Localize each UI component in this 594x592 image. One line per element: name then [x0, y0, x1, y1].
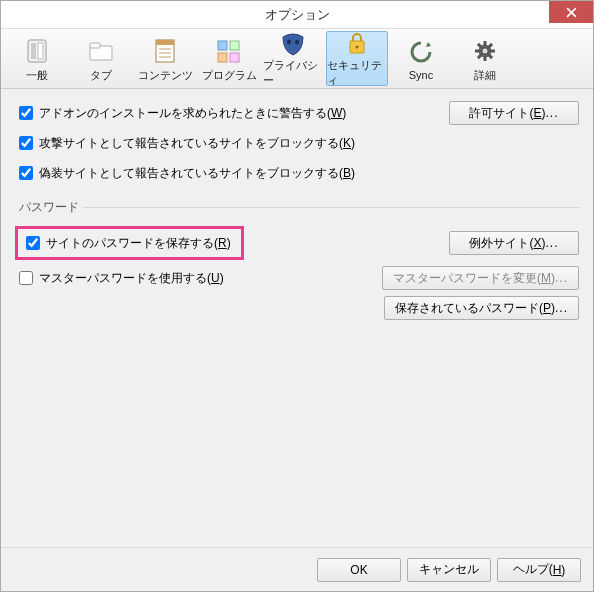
svg-point-14 — [287, 40, 291, 45]
toolbar-item-label: タブ — [90, 68, 112, 83]
ok-button[interactable]: OK — [317, 558, 401, 582]
svg-point-27 — [483, 48, 488, 53]
saved-passwords-button[interactable]: 保存されているパスワード(P)... — [384, 296, 579, 320]
passwords-group: パスワード サイトのパスワードを保存する(R) 例外サイト(X)... — [15, 199, 579, 326]
remember-passwords-checkbox[interactable] — [26, 236, 40, 250]
toolbar-item-page[interactable]: コンテンツ — [134, 31, 196, 86]
folder-icon — [85, 35, 117, 67]
block-attack-checkbox[interactable] — [19, 136, 33, 150]
passwords-legend: パスワード — [15, 199, 83, 216]
password-exceptions-button[interactable]: 例外サイト(X)... — [449, 231, 579, 255]
block-attack-label: 攻撃サイトとして報告されているサイトをブロックする(K) — [39, 135, 355, 152]
remember-passwords-highlight: サイトのパスワードを保存する(R) — [15, 226, 244, 260]
master-password-checkbox[interactable] — [19, 271, 33, 285]
master-password-label: マスターパスワードを使用する(U) — [39, 270, 224, 287]
toolbar-item-apps[interactable]: プログラム — [198, 31, 260, 86]
cancel-button[interactable]: キャンセル — [407, 558, 491, 582]
switch-icon — [21, 35, 53, 67]
svg-rect-4 — [90, 43, 100, 48]
toolbar-item-label: セキュリティ — [327, 58, 387, 88]
window-title: オプション — [1, 6, 593, 24]
remember-passwords-label: サイトのパスワードを保存する(R) — [46, 235, 231, 252]
toolbar-item-label: 詳細 — [474, 68, 496, 83]
block-forgery-label: 偽装サイトとして報告されているサイトをブロックする(B) — [39, 165, 355, 182]
close-button[interactable] — [549, 1, 593, 23]
svg-rect-10 — [218, 41, 227, 50]
mask-icon — [277, 29, 309, 57]
warn-addon-label: アドオンのインストールを求められたときに警告する(W) — [39, 105, 346, 122]
sync-icon — [405, 36, 437, 68]
lock-icon — [341, 29, 373, 57]
toolbar-item-label: 一般 — [26, 68, 48, 83]
toolbar-item-lock[interactable]: セキュリティ — [326, 31, 388, 86]
svg-rect-6 — [156, 40, 174, 45]
titlebar: オプション — [1, 1, 593, 29]
svg-rect-13 — [230, 53, 239, 62]
toolbar-item-folder[interactable]: タブ — [70, 31, 132, 86]
toolbar-item-switch[interactable]: 一般 — [6, 31, 68, 86]
toolbar-item-label: コンテンツ — [138, 68, 193, 83]
allowed-sites-button[interactable]: 許可サイト(E)... — [449, 101, 579, 125]
warn-addon-checkbox[interactable] — [19, 106, 33, 120]
toolbar-item-label: プログラム — [202, 68, 257, 83]
content-pane: アドオンのインストールを求められたときに警告する(W) 許可サイト(E)... … — [1, 89, 593, 547]
svg-rect-1 — [31, 43, 36, 59]
toolbar-item-gear[interactable]: 詳細 — [454, 31, 516, 86]
dialog-footer: OK キャンセル ヘルプ(H) — [1, 547, 593, 591]
block-forgery-checkbox[interactable] — [19, 166, 33, 180]
gear-icon — [469, 35, 501, 67]
apps-icon — [213, 35, 245, 67]
help-button[interactable]: ヘルプ(H) — [497, 558, 581, 582]
svg-rect-2 — [38, 43, 43, 59]
toolbar-item-label: Sync — [409, 69, 433, 81]
toolbar-item-label: プライバシー — [263, 58, 323, 88]
options-window: オプション 一般タブコンテンツプログラムプライバシーセキュリティSync詳細 ア… — [0, 0, 594, 592]
svg-rect-11 — [230, 41, 239, 50]
toolbar-item-mask[interactable]: プライバシー — [262, 31, 324, 86]
svg-rect-12 — [218, 53, 227, 62]
change-master-password-button: マスターパスワードを変更(M)... — [382, 266, 579, 290]
page-icon — [149, 35, 181, 67]
toolbar-item-sync[interactable]: Sync — [390, 31, 452, 86]
svg-point-15 — [295, 40, 299, 45]
close-icon — [566, 7, 577, 18]
svg-point-17 — [356, 46, 359, 49]
category-toolbar: 一般タブコンテンツプログラムプライバシーセキュリティSync詳細 — [1, 29, 593, 89]
